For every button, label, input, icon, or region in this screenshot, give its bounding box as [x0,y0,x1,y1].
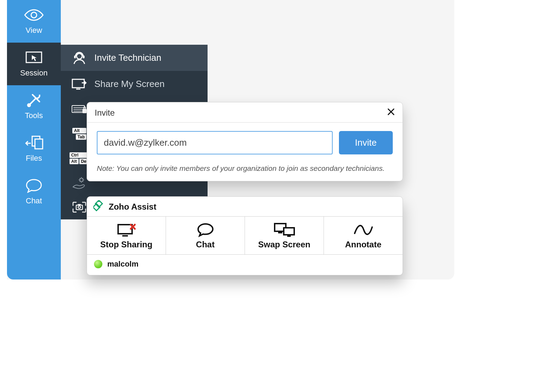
action-label: Chat [196,240,215,249]
chat-icon [196,222,215,238]
monitor-cursor-icon [25,49,43,66]
assist-actions: Stop Sharing Chat Swap Screen [87,216,403,255]
alt-tab-icon: Alt Tab [70,128,89,140]
action-label: Stop Sharing [100,240,152,249]
ctrl-alt-del-icon: Ctrl AltDel [70,152,89,164]
eye-icon [23,6,44,24]
svg-rect-8 [72,79,84,88]
presence-online-icon [94,260,102,268]
keyboard-lock-icon [70,104,89,115]
sidebar-item-view[interactable]: View [7,0,61,43]
svg-point-20 [98,201,100,202]
action-stop-sharing[interactable]: Stop Sharing [87,217,166,254]
stop-sharing-icon [116,222,137,238]
sidebar-item-label: Files [26,154,42,163]
invite-button[interactable]: Invite [339,131,393,154]
action-swap-screen[interactable]: Swap Screen [245,217,324,254]
menu-item-label: Invite Technician [94,52,161,63]
svg-rect-13 [82,109,87,113]
assist-panel: Zoho Assist Stop Sharing Chat [87,196,403,275]
action-chat[interactable]: Chat [166,217,245,254]
invite-dialog: Invite Invite Note: You can only invite … [87,102,403,181]
invite-note: Note: You can only invite members of you… [97,164,393,173]
zoho-assist-logo-icon [93,200,104,213]
tools-wrench-icon [26,92,42,109]
invite-dialog-body: Invite Note: You can only invite members… [87,123,403,181]
svg-rect-7 [83,56,85,58]
invite-email-input[interactable] [97,131,333,154]
svg-point-16 [78,206,81,209]
action-label: Annotate [345,240,382,249]
annotate-wave-icon [353,222,374,238]
action-annotate[interactable]: Annotate [324,217,403,254]
menu-invite-technician[interactable]: Invite Technician [61,45,208,71]
chat-bubble-icon [25,177,43,194]
sidebar-item-files[interactable]: Files [7,128,61,170]
invite-dialog-title: Invite [95,108,115,118]
sidebar: View Session Tools [7,0,61,280]
participant-name: malcolm [107,260,138,269]
participant-row: malcolm [87,255,403,275]
sidebar-item-label: Chat [26,196,42,205]
assist-panel-header: Zoho Assist [87,197,403,216]
assist-panel-title: Zoho Assist [109,202,156,212]
action-label: Swap Screen [258,240,310,249]
swap-screen-icon [273,222,296,238]
sidebar-item-label: Tools [25,111,43,120]
svg-rect-6 [74,56,76,58]
sidebar-item-label: Session [20,68,48,78]
screenshot-camera-icon [70,201,89,213]
menu-share-my-screen[interactable]: Share My Screen [61,71,208,97]
sidebar-item-tools[interactable]: Tools [7,85,61,128]
close-icon[interactable] [387,107,395,118]
svg-point-5 [77,53,82,59]
hand-gear-icon [70,176,89,189]
svg-point-0 [31,12,37,18]
svg-rect-17 [78,204,81,205]
sidebar-item-label: View [26,26,42,35]
invite-dialog-header: Invite [87,102,403,123]
menu-item-label: Share My Screen [94,79,165,89]
sidebar-item-session[interactable]: Session [7,43,61,85]
headset-agent-icon [70,51,89,65]
share-screen-icon [70,78,89,90]
svg-rect-25 [284,228,294,235]
sidebar-item-chat[interactable]: Chat [7,170,61,213]
files-transfer-icon [24,134,43,152]
svg-rect-4 [35,139,43,149]
